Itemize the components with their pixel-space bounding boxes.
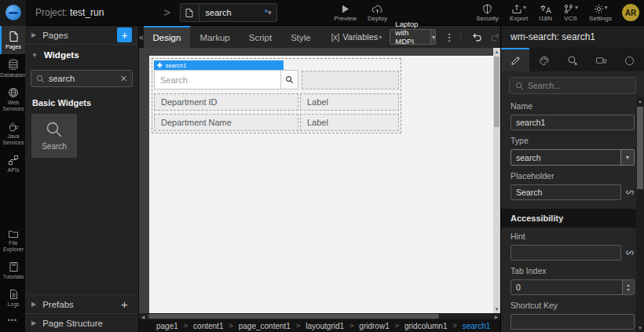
grid-row-search: Search: [154, 70, 399, 90]
page-selector-dropdown[interactable]: search * ▾: [180, 3, 277, 22]
user-avatar[interactable]: AR: [622, 4, 639, 21]
type-select[interactable]: search ▾: [510, 149, 635, 166]
scrollbar-thumb[interactable]: [148, 314, 439, 319]
rail-item-logs[interactable]: Logs: [0, 284, 25, 312]
rail-item-web-services[interactable]: Web Services: [0, 82, 25, 116]
breadcrumb-separator: >: [296, 322, 300, 330]
placeholder-input[interactable]: [510, 184, 621, 200]
security-button[interactable]: Security: [470, 0, 504, 26]
chevron-down-icon: ▾: [268, 9, 272, 16]
empty-grid-cell[interactable]: [302, 71, 399, 89]
search-widget-button[interactable]: [280, 71, 298, 89]
canvas-horizontal-scrollbar[interactable]: ◀ ▶: [139, 313, 500, 319]
name-input[interactable]: [510, 115, 635, 130]
tab-device-config[interactable]: [587, 48, 615, 71]
tab-advanced-search-settings[interactable]: [558, 48, 587, 71]
breadcrumb-separator: >: [452, 322, 456, 330]
widgets-section-header[interactable]: ▼ Widgets: [25, 45, 138, 65]
breadcrumb-item[interactable]: gridcolumn1: [404, 322, 447, 330]
tab-style[interactable]: Style: [281, 26, 320, 48]
breadcrumb-item[interactable]: content1: [193, 322, 223, 330]
breadcrumb-item[interactable]: layoutgrid1: [306, 322, 344, 330]
bind-property-icon[interactable]: [625, 188, 635, 197]
rail-item-databases[interactable]: Databases: [0, 54, 25, 82]
breadcrumb-separator: >: [229, 322, 232, 330]
palette-icon: [539, 56, 550, 66]
move-handle-icon: ✚: [157, 62, 163, 69]
selected-widget-tag[interactable]: ✚ search1: [154, 60, 284, 70]
tab-properties[interactable]: [501, 48, 529, 71]
breadcrumb-item[interactable]: page1: [156, 322, 178, 330]
scrollbar-thumb[interactable]: [494, 57, 499, 127]
prefabs-section-header[interactable]: ▶ Prefabs +: [25, 294, 138, 313]
triangle-right-icon: ▶: [31, 319, 36, 327]
scrollbar-thumb[interactable]: [637, 107, 643, 189]
properties-scrollbar[interactable]: ▲ ▼: [636, 97, 644, 332]
more-options-icon[interactable]: ⋮: [444, 31, 454, 43]
deploy-button[interactable]: Deploy: [362, 0, 393, 26]
tab-markup[interactable]: Markup: [190, 26, 239, 48]
add-page-button[interactable]: +: [117, 27, 132, 42]
bind-property-icon[interactable]: [625, 248, 635, 257]
tab-script[interactable]: Script: [240, 26, 281, 48]
hint-input[interactable]: [510, 245, 621, 261]
export-button[interactable]: ▾ Export: [504, 0, 533, 26]
value-label-cell[interactable]: Label: [300, 114, 399, 131]
breadcrumb-item-current[interactable]: search1: [463, 322, 491, 330]
properties-panel: wm-search: search1: [500, 26, 644, 332]
shortcut-key-input[interactable]: [510, 314, 635, 330]
widget-search-input[interactable]: search: [49, 74, 120, 83]
widget-search-box[interactable]: search ✕: [31, 70, 133, 87]
rail-item-file-explorer[interactable]: File Explorer: [0, 224, 25, 257]
add-prefab-button[interactable]: +: [117, 297, 132, 312]
scroll-right-icon[interactable]: ▶: [492, 313, 500, 319]
rail-item-apis[interactable]: APIs: [0, 150, 25, 177]
search-icon: [515, 82, 524, 90]
tab-index-input[interactable]: [510, 279, 635, 295]
scroll-down-icon[interactable]: ▼: [636, 324, 644, 332]
settings-button[interactable]: ▾ Settings: [584, 0, 617, 26]
search-gear-icon: [567, 55, 578, 66]
breadcrumb-item[interactable]: page_content1: [239, 322, 291, 330]
page-structure-section-header[interactable]: ▶ Page Structure: [25, 313, 138, 332]
breadcrumb-item[interactable]: gridrow1: [359, 322, 389, 330]
clear-search-icon[interactable]: ✕: [120, 74, 127, 84]
search-widget[interactable]: Search: [154, 70, 298, 89]
vcs-button[interactable]: ▾ VCS: [558, 0, 584, 26]
scroll-up-icon[interactable]: ▲: [493, 48, 500, 56]
scroll-up-icon[interactable]: ▲: [636, 97, 644, 105]
app-logo[interactable]: [0, 0, 26, 26]
properties-search-box[interactable]: Search...: [509, 77, 636, 94]
tab-design[interactable]: Design: [144, 26, 191, 48]
chevron-down-icon: ▾: [575, 4, 578, 14]
device-selector[interactable]: Laptop with MDPI Screen ▾: [390, 29, 436, 45]
field-label-cell[interactable]: Department Name: [154, 114, 298, 131]
search-widget-input[interactable]: Search: [155, 71, 280, 89]
grid-column-container[interactable]: ✚ search1 Search Department ID: [152, 58, 401, 133]
pages-section-header[interactable]: ▶ Pages +: [25, 26, 138, 45]
number-stepper-icon[interactable]: ▲▼: [622, 280, 634, 294]
search-widget-tile[interactable]: Search: [31, 114, 77, 158]
field-type: Type search ▾: [501, 132, 636, 167]
field-label-cell[interactable]: Department ID: [154, 93, 298, 111]
value-label-cell[interactable]: Label: [300, 93, 399, 111]
export-icon: ▾: [511, 4, 526, 14]
i18n-button[interactable]: I18N: [533, 0, 558, 26]
tab-styles[interactable]: [529, 48, 558, 71]
undo-button[interactable]: [471, 32, 482, 42]
design-canvas-page[interactable]: ✚ search1 Search Department ID: [149, 56, 493, 313]
rail-item-tutorials[interactable]: Tutorials: [0, 257, 25, 284]
folder-icon: [8, 228, 19, 239]
rail-more-icon[interactable]: •••: [0, 312, 25, 332]
wavemaker-studio: Project: test_run > search * ▾ Preview D…: [0, 0, 644, 332]
preview-button[interactable]: Preview: [329, 0, 362, 26]
canvas-vertical-scrollbar[interactable]: ▲ ▼: [493, 48, 500, 313]
ring-icon: [624, 56, 635, 66]
scroll-down-icon[interactable]: ▼: [493, 305, 500, 313]
scroll-left-icon[interactable]: ◀: [139, 313, 147, 319]
chevron-down-icon: ▾: [605, 4, 608, 14]
variables-button[interactable]: [x] Variables ▾: [331, 32, 382, 42]
tab-conditions[interactable]: [616, 48, 644, 71]
rail-item-pages[interactable]: Pages: [0, 26, 25, 54]
rail-item-java-services[interactable]: Java Services: [0, 116, 25, 150]
